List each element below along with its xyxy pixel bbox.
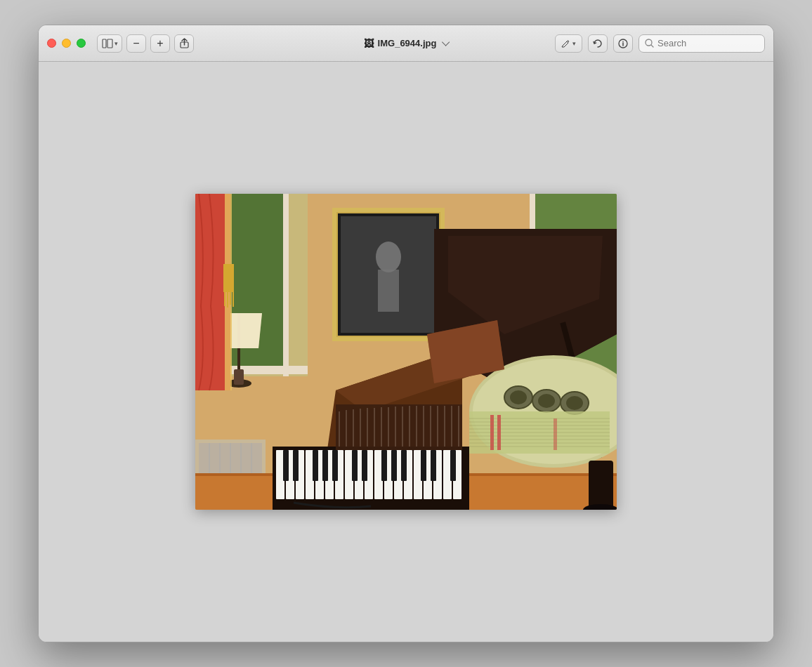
- svg-rect-54: [554, 418, 557, 450]
- svg-rect-100: [450, 450, 456, 481]
- svg-rect-10: [283, 194, 289, 376]
- svg-rect-96: [391, 450, 397, 481]
- sidebar-icon: [102, 39, 113, 48]
- svg-point-19: [376, 242, 401, 272]
- svg-rect-120: [589, 461, 613, 510]
- file-icon: 🖼: [364, 38, 374, 49]
- svg-rect-97: [401, 450, 407, 481]
- rotate-button[interactable]: [588, 34, 608, 53]
- svg-rect-94: [362, 450, 367, 481]
- maximize-button[interactable]: [77, 39, 86, 48]
- search-box[interactable]: [639, 34, 765, 53]
- pen-icon: [561, 39, 570, 48]
- svg-rect-93: [352, 450, 358, 481]
- svg-marker-27: [227, 313, 262, 348]
- search-input[interactable]: [657, 38, 759, 48]
- svg-rect-98: [421, 450, 426, 481]
- toolbar-left: ▾ − +: [97, 34, 194, 53]
- svg-rect-88: [283, 450, 289, 481]
- zoom-in-icon: +: [157, 37, 163, 50]
- content-area: [39, 62, 773, 642]
- svg-rect-99: [431, 450, 436, 481]
- rotate-icon: [593, 39, 603, 48]
- sidebar-toggle-button[interactable]: ▾: [97, 34, 122, 53]
- piano-image: [195, 194, 617, 510]
- title-chevron-icon[interactable]: [442, 38, 450, 46]
- window-title: IMG_6944.jpg: [378, 38, 437, 48]
- svg-rect-0: [103, 39, 106, 48]
- search-icon: [645, 39, 654, 48]
- share-icon: [180, 38, 189, 48]
- annotate-button[interactable]: ▾: [555, 34, 582, 53]
- photo-display: [195, 194, 617, 510]
- svg-rect-1: [107, 39, 112, 48]
- preview-window: ▾ − + 🖼 IMG_6944.jpg: [38, 25, 774, 642]
- svg-rect-90: [313, 450, 318, 481]
- svg-point-50: [566, 396, 583, 410]
- svg-rect-23: [332, 208, 336, 341]
- chevron-down-icon: ▾: [114, 40, 118, 47]
- svg-point-4: [622, 41, 624, 42]
- image-container: [195, 194, 617, 510]
- close-button[interactable]: [47, 39, 56, 48]
- svg-rect-101: [336, 404, 462, 450]
- info-button[interactable]: [613, 34, 633, 53]
- titlebar: ▾ − + 🖼 IMG_6944.jpg: [39, 25, 773, 62]
- zoom-out-icon: −: [133, 37, 139, 50]
- zoom-out-button[interactable]: −: [126, 34, 146, 53]
- traffic-lights: [47, 39, 86, 48]
- info-icon: [618, 39, 628, 48]
- minimize-button[interactable]: [62, 39, 71, 48]
- svg-rect-91: [322, 450, 328, 481]
- svg-rect-89: [293, 450, 299, 481]
- svg-point-48: [510, 390, 527, 404]
- svg-rect-95: [381, 450, 387, 481]
- zoom-in-button[interactable]: +: [150, 34, 170, 53]
- svg-rect-92: [332, 450, 338, 481]
- svg-rect-125: [223, 264, 234, 292]
- toolbar-right: ▾: [555, 34, 765, 53]
- window-title-area: 🖼 IMG_6944.jpg: [364, 38, 449, 49]
- share-button[interactable]: [174, 34, 194, 53]
- svg-rect-29: [234, 369, 244, 385]
- svg-rect-21: [332, 208, 445, 212]
- svg-rect-20: [378, 270, 399, 312]
- svg-point-49: [538, 394, 555, 408]
- annotate-chevron-icon: ▾: [572, 40, 576, 47]
